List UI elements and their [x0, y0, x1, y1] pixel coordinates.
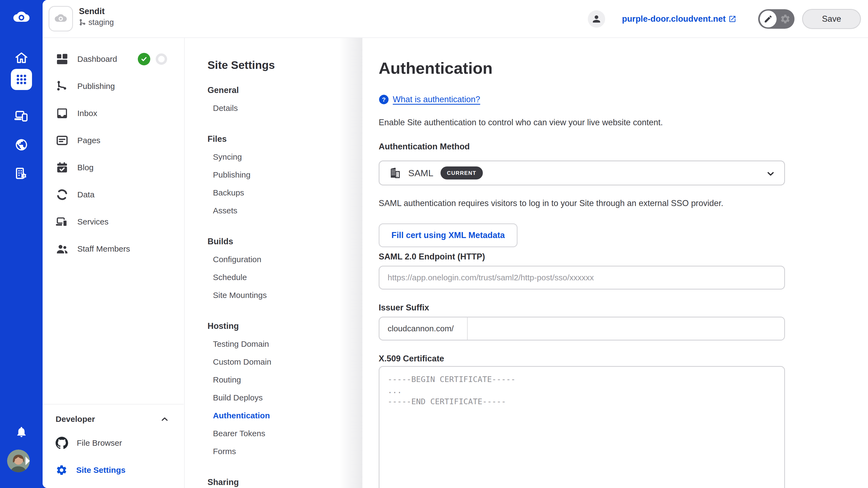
- issuer-field: cloudcannon.com/: [379, 317, 785, 340]
- status-success-icon: [138, 53, 150, 65]
- endpoint-input[interactable]: [379, 266, 785, 290]
- issuer-prefix: cloudcannon.com/: [379, 318, 468, 340]
- edit-settings-mode-toggle[interactable]: [758, 9, 795, 29]
- site-url-text: purple-door.cloudvent.net: [622, 14, 725, 24]
- developer-section-toggle[interactable]: Developer: [56, 414, 169, 424]
- endpoint-label: SAML 2.0 Endpoint (HTTP): [379, 252, 868, 262]
- project-name: Sendit: [79, 6, 105, 16]
- pencil-icon: [764, 14, 773, 24]
- settings-item-build-deploys[interactable]: Build Deploys: [208, 389, 362, 407]
- svg-text:?: ?: [382, 96, 386, 103]
- github-icon: [56, 437, 68, 449]
- account-button[interactable]: [588, 10, 605, 28]
- expand-arrow-icon[interactable]: [26, 457, 30, 465]
- save-button[interactable]: Save: [802, 9, 861, 29]
- inbox-icon: [56, 107, 69, 120]
- external-link-icon: [728, 15, 737, 23]
- nav-item-services[interactable]: Services: [42, 213, 184, 230]
- home-icon[interactable]: [11, 47, 32, 68]
- issuer-input[interactable]: [468, 318, 784, 340]
- nav-item-dashboard[interactable]: Dashboard: [42, 51, 184, 68]
- nav-item-data[interactable]: Data: [42, 186, 184, 203]
- dashboard-status: [138, 53, 167, 65]
- gear-icon: [56, 464, 67, 476]
- edit-mode-knob: [760, 10, 777, 27]
- method-value: SAML: [408, 168, 433, 178]
- dashboard-icon: [56, 53, 69, 66]
- app-sheet: Sendit staging purple-door.cloudvent.net: [42, 0, 868, 488]
- organization-settings-icon[interactable]: [11, 163, 32, 184]
- settings-nav-title: Site Settings: [208, 57, 362, 73]
- settings-section-hosting: Hosting Testing Domain Custom Domain Rou…: [208, 317, 362, 460]
- app-rail: [0, 0, 42, 488]
- settings-item-forms[interactable]: Forms: [208, 443, 362, 460]
- settings-item-custom-domain[interactable]: Custom Domain: [208, 353, 362, 371]
- live-site-link[interactable]: purple-door.cloudvent.net: [622, 14, 737, 24]
- branch-row: staging: [79, 18, 114, 27]
- person-icon: [591, 13, 602, 24]
- cloudcannon-logo-icon[interactable]: [11, 8, 32, 27]
- settings-section-general: General Details: [208, 82, 362, 117]
- settings-nav-panel: Site Settings General Details Files Sync…: [185, 38, 362, 488]
- what-is-authentication-link[interactable]: ? What is authentication?: [379, 94, 480, 105]
- nav-item-inbox[interactable]: Inbox: [42, 105, 184, 122]
- devices-icon[interactable]: [11, 105, 32, 126]
- nav-item-pages[interactable]: Pages: [42, 132, 184, 149]
- developer-section: Developer File Browser: [42, 404, 184, 488]
- top-bar: Sendit staging purple-door.cloudvent.net: [42, 0, 868, 38]
- git-branch-icon: [56, 80, 69, 93]
- current-badge: CURRENT: [440, 166, 483, 180]
- settings-item-schedule[interactable]: Schedule: [208, 268, 362, 286]
- method-description: SAML authentication requires visitors to…: [379, 198, 868, 209]
- settings-item-testing-domain[interactable]: Testing Domain: [208, 335, 362, 353]
- settings-item-publishing[interactable]: Publishing: [208, 166, 362, 184]
- branch-name: staging: [88, 18, 114, 27]
- settings-section-sharing: Sharing: [208, 474, 362, 488]
- sync-icon: [56, 188, 69, 201]
- nav-item-blog[interactable]: Blog: [42, 159, 184, 176]
- status-pending-icon: [156, 54, 167, 65]
- building-icon: [389, 167, 401, 179]
- gear-icon: [780, 13, 791, 24]
- nav-item-site-settings[interactable]: Site Settings: [42, 461, 184, 479]
- question-circle-icon: ?: [379, 94, 389, 105]
- settings-section-files: Files Syncing Publishing Backups Assets: [208, 130, 362, 220]
- settings-item-routing[interactable]: Routing: [208, 371, 362, 389]
- calendar-check-icon: [56, 161, 69, 174]
- nav-item-file-browser[interactable]: File Browser: [42, 434, 184, 452]
- authentication-method-select[interactable]: SAML CURRENT: [379, 161, 785, 186]
- chevron-down-icon: [765, 168, 776, 179]
- settings-item-syncing[interactable]: Syncing: [208, 148, 362, 166]
- settings-item-assets[interactable]: Assets: [208, 202, 362, 220]
- pages-icon: [56, 134, 69, 147]
- settings-item-configuration[interactable]: Configuration: [208, 251, 362, 268]
- git-branch-icon: [79, 19, 86, 26]
- fill-cert-button[interactable]: Fill cert using XML Metadata: [379, 223, 518, 247]
- authentication-page: Authentication ? What is authentication?…: [362, 38, 868, 488]
- globe-icon[interactable]: [11, 134, 32, 155]
- certificate-label: X.509 Certificate: [379, 354, 868, 364]
- method-label: Authentication Method: [379, 141, 868, 152]
- people-icon: [56, 242, 69, 255]
- settings-section-builds: Builds Configuration Schedule Site Mount…: [208, 233, 362, 304]
- devices-icon: [56, 215, 69, 228]
- settings-item-backups[interactable]: Backups: [208, 184, 362, 202]
- page-title: Authentication: [379, 60, 868, 77]
- certificate-textarea[interactable]: [379, 366, 785, 488]
- settings-item-authentication[interactable]: Authentication: [208, 407, 362, 425]
- settings-item-site-mountings[interactable]: Site Mountings: [208, 286, 362, 304]
- main-nav-panel: Dashboard Publishing: [42, 38, 185, 488]
- apps-grid-icon[interactable]: [11, 69, 32, 90]
- notifications-bell-icon[interactable]: [11, 423, 32, 441]
- nav-item-publishing[interactable]: Publishing: [42, 77, 184, 95]
- issuer-label: Issuer Suffix: [379, 302, 868, 313]
- settings-item-bearer-tokens[interactable]: Bearer Tokens: [208, 425, 362, 443]
- settings-item-details[interactable]: Details: [208, 99, 362, 117]
- intro-text: Enable Site authentication to control wh…: [379, 117, 868, 128]
- project-logo-icon[interactable]: [49, 6, 73, 31]
- nav-item-staff-members[interactable]: Staff Members: [42, 240, 184, 258]
- chevron-up-icon: [160, 414, 169, 424]
